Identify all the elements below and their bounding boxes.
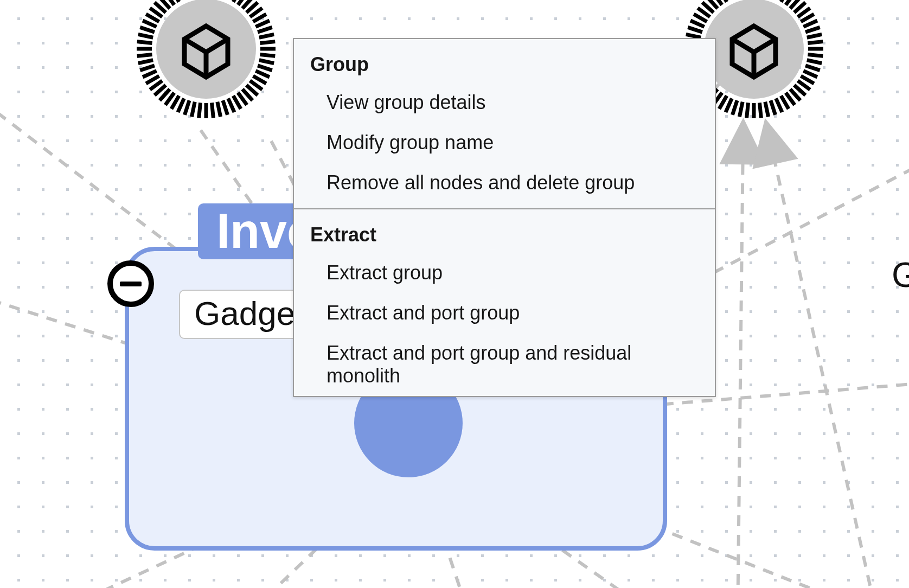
svg-line-51 (191, 102, 195, 117)
svg-line-65 (137, 42, 152, 43)
svg-line-114 (739, 102, 742, 117)
svg-line-47 (217, 102, 221, 117)
svg-line-61 (140, 66, 155, 71)
svg-line-101 (803, 71, 817, 77)
svg-line-63 (137, 54, 152, 56)
svg-line-130 (688, 27, 702, 32)
svg-line-53 (178, 98, 184, 112)
svg-line-33 (260, 42, 275, 43)
context-menu-section-header-group: Group (294, 39, 715, 82)
svg-line-30 (255, 21, 270, 27)
svg-line-66 (138, 34, 153, 37)
module-icon-top-left[interactable] (136, 0, 277, 119)
svg-line-45 (228, 98, 234, 112)
svg-line-110 (765, 102, 769, 117)
svg-line-108 (776, 98, 782, 112)
svg-line-52 (184, 100, 189, 115)
context-menu[interactable]: Group View group details Modify group na… (293, 38, 716, 397)
svg-line-100 (805, 66, 820, 71)
svg-line-113 (747, 103, 748, 118)
svg-line-62 (138, 60, 153, 63)
svg-line-12 (738, 141, 743, 588)
collapse-group-button[interactable] (107, 260, 154, 307)
svg-line-67 (140, 27, 155, 32)
truncated-label-right: G (892, 255, 909, 295)
svg-line-68 (143, 21, 157, 27)
context-menu-item-extract-and-port-group[interactable]: Extract and port group (294, 293, 715, 333)
svg-line-35 (260, 54, 275, 56)
svg-line-93 (803, 21, 817, 27)
svg-line-115 (732, 100, 737, 115)
svg-line-129 (686, 34, 701, 37)
svg-line-36 (259, 60, 274, 63)
svg-line-116 (726, 98, 732, 112)
svg-line-37 (258, 66, 272, 71)
context-menu-section-header-extract: Extract (294, 209, 715, 253)
svg-line-13 (770, 141, 879, 588)
svg-line-31 (258, 27, 272, 32)
svg-line-48 (212, 103, 213, 118)
svg-line-96 (808, 42, 823, 43)
svg-line-32 (259, 34, 274, 37)
svg-line-95 (807, 34, 822, 37)
context-menu-item-remove-all-nodes-delete-group[interactable]: Remove all nodes and delete group (294, 163, 715, 203)
svg-line-131 (690, 21, 705, 27)
context-menu-item-extract-group[interactable]: Extract group (294, 253, 715, 293)
svg-line-38 (255, 71, 270, 77)
graph-canvas[interactable]: Inve Gadgets (0, 0, 909, 588)
svg-line-98 (808, 54, 823, 56)
svg-line-46 (223, 100, 228, 115)
context-menu-item-view-group-details[interactable]: View group details (294, 82, 715, 123)
svg-line-60 (143, 71, 157, 77)
svg-line-99 (807, 60, 822, 63)
context-menu-item-extract-and-port-group-and-residual-monolith[interactable]: Extract and port group and residual mono… (294, 333, 715, 396)
svg-line-94 (805, 27, 820, 32)
svg-line-111 (759, 103, 761, 118)
svg-line-109 (771, 100, 776, 115)
context-menu-item-modify-group-name[interactable]: Modify group name (294, 123, 715, 163)
svg-line-50 (199, 103, 201, 118)
